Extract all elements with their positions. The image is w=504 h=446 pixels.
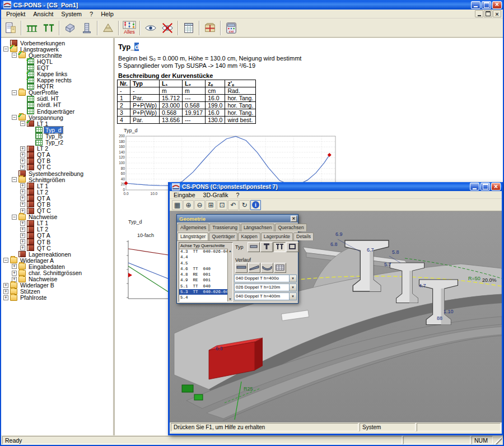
tab-querachsen[interactable]: Querachsen <box>275 224 306 231</box>
chevron-down-icon[interactable]: ▼ <box>289 275 296 282</box>
tree-item-qt-b[interactable]: +QT B <box>1 201 113 207</box>
tree-item-nachweise[interactable]: +Nachweise <box>1 276 113 282</box>
tree-item-typ-r2[interactable]: Typ_r2 <box>1 140 113 146</box>
mdi-minimize-button[interactable] <box>475 10 483 17</box>
tree-expander-icon[interactable]: − <box>12 115 17 120</box>
info-button[interactable]: i <box>250 200 261 210</box>
tree-item-lt-1[interactable]: +LT 1 <box>1 183 113 189</box>
list-row-5-4[interactable]: 5.4 <box>179 295 227 300</box>
bridge-section-button[interactable] <box>40 20 57 36</box>
tree-item-eqt[interactable]: EQT <box>1 64 113 71</box>
tree-item-char-schnittgr-ssen[interactable]: +char. Schnittgrössen <box>1 270 113 276</box>
zoom-extents-button[interactable]: ⊡ <box>217 200 227 210</box>
tab-l-ngsachsen[interactable]: Längsachsen <box>241 224 275 231</box>
menu-[interactable]: ? <box>86 10 97 18</box>
zoom-out-button[interactable]: ⊖ <box>194 200 205 210</box>
list-scrollbar[interactable]: ▲▼ <box>227 249 232 301</box>
tree-expander-icon[interactable]: + <box>20 189 25 194</box>
bridge-elevation-button[interactable] <box>24 20 40 36</box>
tree-item-lt-2[interactable]: +LT 2 <box>1 146 113 152</box>
tree-item-querschnitte[interactable]: −✓Querschnitte <box>1 52 113 58</box>
tree-item-lt-1[interactable]: +LT 1 <box>1 220 113 226</box>
list-row-4-4[interactable]: 4.4 <box>179 254 227 260</box>
tree-item-querprofile[interactable]: −QuerProfile <box>1 90 113 96</box>
foundation-button[interactable] <box>100 20 116 36</box>
tree-expander-icon[interactable]: − <box>12 53 17 58</box>
verlauf-linear-button[interactable] <box>248 263 260 273</box>
overlay-menu-[interactable]: ? <box>232 192 243 198</box>
tree-expander-icon[interactable]: + <box>3 283 8 288</box>
tree-item-schnittgr-en[interactable]: −Schnittgrößen <box>1 176 113 183</box>
tree-expander-icon[interactable]: + <box>20 196 25 201</box>
section-box-button[interactable] <box>286 242 298 252</box>
tree-item-vorbemerkungen[interactable]: Vorbemerkungen <box>1 40 113 46</box>
tree-item-qt-c[interactable]: +QT C <box>1 164 113 170</box>
tree-expander-icon[interactable]: + <box>12 264 17 269</box>
tree-expander-icon[interactable]: + <box>3 295 8 300</box>
mdi-restore-button[interactable] <box>484 10 492 17</box>
tree-item-widerlager-b[interactable]: +Widerlager B <box>1 282 113 289</box>
tree-item-hqtr[interactable]: HQTR <box>1 83 113 90</box>
tab-trassierung[interactable]: Trassierung <box>209 224 240 231</box>
list-row-4-6-tt-040[interactable]: 4.6 TT 040 <box>179 266 227 272</box>
chevron-down-icon[interactable]: ▼ <box>289 293 296 300</box>
section-slab-button[interactable] <box>248 242 260 252</box>
tree-expander-icon[interactable]: + <box>12 271 17 276</box>
3d-viewport[interactable]: 6.96.86.75.85.74.71.1088R=5020.0%6.3R25 … <box>170 211 502 422</box>
maximize-button[interactable] <box>482 1 491 9</box>
resize-grip[interactable] <box>494 436 502 444</box>
menu-projekt[interactable]: Projekt <box>2 10 29 18</box>
package-button[interactable] <box>202 20 218 36</box>
tab-allgemeines[interactable]: Allgemeines <box>178 224 209 231</box>
tree-expander-icon[interactable]: + <box>20 183 25 188</box>
tree-item-s-dl-ht[interactable]: südl. HT <box>1 96 113 102</box>
pier-button[interactable] <box>78 20 95 36</box>
verlauf-constant-button[interactable] <box>235 263 248 273</box>
tree-expander-icon[interactable]: + <box>20 146 25 151</box>
alles-button[interactable]: Alles <box>121 20 138 36</box>
table-button[interactable]: ▦ <box>172 200 183 210</box>
tree-expander-icon[interactable]: + <box>20 245 25 250</box>
tree-item-lt-1[interactable]: −✓LT 1 <box>1 120 113 127</box>
verlauf-table-button[interactable] <box>274 263 286 273</box>
tree-item-nachweise[interactable]: −Nachweise <box>1 214 113 220</box>
tree-expander-icon[interactable]: + <box>20 202 25 207</box>
overlay-close-button[interactable] <box>491 183 501 191</box>
abutment-button[interactable] <box>62 20 78 36</box>
querschnitte-list[interactable]: Achse Typ Querschnitte 4.3 TT 040-026-04… <box>179 242 233 302</box>
tree-item-lt-2[interactable]: +LT 2 <box>1 189 113 195</box>
tree-item-eingabedaten[interactable]: +Eingabedaten <box>1 263 113 270</box>
tree-item-qt-a[interactable]: +QT A <box>1 195 113 201</box>
tables-button[interactable] <box>180 20 197 36</box>
overlay-menu-3d-grafik[interactable]: 3D-Grafik <box>199 192 232 198</box>
list-row-4-9-re-001[interactable]: 4.9 RE 001 <box>179 277 227 283</box>
view-hide-button[interactable] <box>159 20 176 36</box>
tree-item-qt-a[interactable]: +QT A <box>1 233 113 239</box>
tree-expander-icon[interactable]: − <box>3 47 8 52</box>
tree-expander-icon[interactable]: + <box>20 233 25 238</box>
tab-lagerpunkte[interactable]: Lagerpunkte <box>261 233 293 240</box>
section-double-tee-button[interactable] <box>273 242 286 252</box>
report-button[interactable] <box>2 20 19 36</box>
tree-item-kappe-rechts[interactable]: ✓Kappe rechts <box>1 77 113 83</box>
tree-item-widerlager-a[interactable]: −Widerlager A <box>1 257 113 263</box>
close-button[interactable] <box>492 1 502 9</box>
csi-button[interactable]: csi <box>223 20 240 36</box>
view-button[interactable] <box>142 20 159 36</box>
zoom-in-button[interactable]: ⊕ <box>183 200 194 210</box>
tab-l-ngstr-ger[interactable]: Längsträger <box>178 233 208 241</box>
tree-item-lagerreaktionen[interactable]: Lagerreaktionen <box>1 251 113 257</box>
tree-expander-icon[interactable]: − <box>12 90 17 95</box>
tree-item-qt-b[interactable]: +QT B <box>1 158 113 164</box>
menu-help[interactable]: Help <box>97 10 118 18</box>
geometrie-titlebar[interactable]: Geometrie × <box>177 215 298 222</box>
tree-expander-icon[interactable]: + <box>20 159 25 164</box>
minimize-button[interactable] <box>471 1 480 9</box>
zoom-window-button[interactable]: ⊞ <box>206 200 216 210</box>
section-tee-button[interactable] <box>260 242 273 252</box>
tree-item-typ-d[interactable]: Typ_d <box>1 127 113 133</box>
tab-quertr-ger[interactable]: Querträger <box>209 233 237 240</box>
tree-expander-icon[interactable]: + <box>3 289 8 294</box>
tab-details[interactable]: Details <box>293 233 314 240</box>
menu-system[interactable]: System <box>57 10 86 18</box>
